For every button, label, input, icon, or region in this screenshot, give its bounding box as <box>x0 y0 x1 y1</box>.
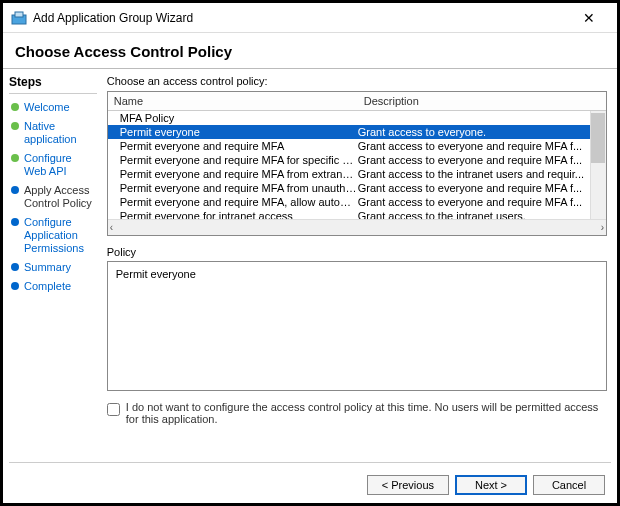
step-item-4[interactable]: Configure Application Permissions <box>9 213 97 258</box>
policy-row-desc: Grant access to the intranet users and r… <box>358 168 584 180</box>
cancel-button[interactable]: Cancel <box>533 475 605 495</box>
policy-prompt: Choose an access control policy: <box>107 75 607 87</box>
step-bullet-icon <box>11 218 19 226</box>
step-bullet-icon <box>11 263 19 271</box>
step-label: Complete <box>24 280 71 293</box>
policy-detail-box: Permit everyone <box>107 261 607 391</box>
step-label: Configure Application Permissions <box>24 216 97 255</box>
policy-row-desc: Grant access to the intranet users. <box>358 210 584 219</box>
skip-policy-checkbox[interactable] <box>107 403 120 416</box>
policy-row-name: Permit everyone and require MFA, allow a… <box>120 196 358 208</box>
policy-row-name: Permit everyone for intranet access <box>120 210 358 219</box>
policy-row[interactable]: MFA Policy <box>108 111 590 125</box>
previous-button[interactable]: < Previous <box>367 475 449 495</box>
policy-row-name: Permit everyone and require MFA from ext… <box>120 168 358 180</box>
step-bullet-icon <box>11 103 19 111</box>
svg-rect-1 <box>15 12 23 17</box>
page-title: Choose Access Control Policy <box>3 33 617 68</box>
footer-divider <box>9 462 611 463</box>
policy-row-desc: Grant access to everyone and require MFA… <box>358 182 584 194</box>
policy-listbox[interactable]: Name Description MFA PolicyPermit everyo… <box>107 91 607 236</box>
sidebar: Steps WelcomeNative applicationConfigure… <box>3 69 101 501</box>
policy-row-desc: Grant access to everyone. <box>358 126 584 138</box>
policy-row[interactable]: Permit everyone and require MFA for spec… <box>108 153 590 167</box>
list-header: Name Description <box>108 92 606 111</box>
step-label: Apply Access Control Policy <box>24 184 97 210</box>
scrollbar-vertical[interactable]: ˄ <box>590 111 606 219</box>
policy-row-name: Permit everyone and require MFA from una… <box>120 182 358 194</box>
policy-row-desc: Grant access to everyone and require MFA… <box>358 140 584 152</box>
scrollbar-horizontal[interactable]: ‹ › <box>108 219 606 235</box>
step-bullet-icon <box>11 154 19 162</box>
column-description[interactable]: Description <box>358 92 606 110</box>
step-item-2[interactable]: Configure Web API <box>9 149 97 181</box>
policy-row-desc <box>358 112 584 124</box>
footer-buttons: < Previous Next > Cancel <box>367 475 605 495</box>
step-item-3[interactable]: Apply Access Control Policy <box>9 181 97 213</box>
content-pane: Choose an access control policy: Name De… <box>101 69 617 501</box>
step-bullet-icon <box>11 122 19 130</box>
step-bullet-icon <box>11 282 19 290</box>
policy-row[interactable]: Permit everyone and require MFA from ext… <box>108 167 590 181</box>
step-label: Native application <box>24 120 97 146</box>
column-name[interactable]: Name <box>108 92 358 110</box>
policy-row[interactable]: Permit everyone for intranet accessGrant… <box>108 209 590 219</box>
scroll-right-icon[interactable]: › <box>601 222 604 233</box>
close-icon[interactable]: ✕ <box>569 3 609 33</box>
step-item-5[interactable]: Summary <box>9 258 97 277</box>
policy-detail-text: Permit everyone <box>116 268 196 280</box>
policy-row-desc: Grant access to everyone and require MFA… <box>358 196 584 208</box>
window-title: Add Application Group Wizard <box>33 11 569 25</box>
policy-row[interactable]: Permit everyoneGrant access to everyone. <box>108 125 590 139</box>
step-item-6[interactable]: Complete <box>9 277 97 296</box>
titlebar: Add Application Group Wizard ✕ <box>3 3 617 33</box>
step-label: Welcome <box>24 101 70 114</box>
scroll-left-icon[interactable]: ‹ <box>110 222 113 233</box>
scroll-thumb-vertical[interactable] <box>591 113 605 163</box>
app-icon <box>11 10 27 26</box>
step-bullet-icon <box>11 186 19 194</box>
steps-heading: Steps <box>9 75 97 89</box>
policy-row-desc: Grant access to everyone and require MFA… <box>358 154 584 166</box>
step-item-1[interactable]: Native application <box>9 117 97 149</box>
policy-row-name: Permit everyone <box>120 126 358 138</box>
policy-label: Policy <box>107 246 607 258</box>
policy-row-name: MFA Policy <box>120 112 358 124</box>
step-item-0[interactable]: Welcome <box>9 98 97 117</box>
skip-policy-label: I do not want to configure the access co… <box>126 401 607 425</box>
next-button[interactable]: Next > <box>455 475 527 495</box>
step-label: Summary <box>24 261 71 274</box>
step-label: Configure Web API <box>24 152 97 178</box>
policy-row[interactable]: Permit everyone and require MFAGrant acc… <box>108 139 590 153</box>
policy-row[interactable]: Permit everyone and require MFA, allow a… <box>108 195 590 209</box>
policy-row[interactable]: Permit everyone and require MFA from una… <box>108 181 590 195</box>
policy-row-name: Permit everyone and require MFA <box>120 140 358 152</box>
policy-row-name: Permit everyone and require MFA for spec… <box>120 154 358 166</box>
